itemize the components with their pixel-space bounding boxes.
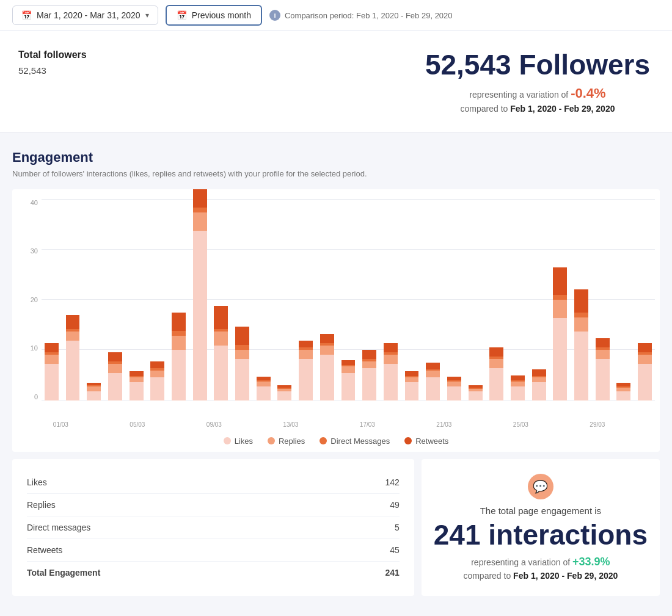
x-label bbox=[463, 421, 502, 428]
comparison-prefix2: compared to bbox=[463, 571, 513, 581]
bar-segment bbox=[341, 360, 356, 365]
bar-group bbox=[635, 199, 655, 400]
bar-stack bbox=[320, 334, 334, 400]
bar-stack bbox=[66, 315, 80, 400]
bar-segment bbox=[87, 391, 101, 400]
legend-label-dm: Direct Messages bbox=[331, 437, 390, 446]
big-interactions: 241 interactions bbox=[434, 520, 648, 551]
bar-stack bbox=[511, 375, 525, 400]
bar-segment bbox=[511, 382, 525, 386]
bar-group bbox=[402, 199, 422, 400]
info-icon: i bbox=[269, 10, 280, 21]
x-label: 21/03 bbox=[425, 421, 464, 428]
stat-value: 49 bbox=[390, 500, 400, 510]
bar-segment bbox=[362, 350, 376, 359]
bar-segment bbox=[45, 355, 59, 364]
variation-prefix2: representing a variation of bbox=[471, 557, 572, 567]
comparison-dates2: Feb 1, 2020 - Feb 29, 2020 bbox=[513, 571, 618, 581]
bar-stack bbox=[235, 327, 249, 400]
bar-segment bbox=[638, 355, 652, 364]
bar-segment bbox=[426, 371, 440, 377]
bar-segment bbox=[489, 368, 503, 400]
stat-value: 45 bbox=[390, 545, 400, 555]
x-label: 01/03 bbox=[42, 421, 80, 428]
bar-stack bbox=[638, 343, 652, 400]
bar-stack bbox=[45, 343, 59, 400]
bar-segment bbox=[66, 341, 80, 400]
bar-segment bbox=[469, 391, 483, 400]
bar-stack bbox=[277, 385, 291, 400]
x-label bbox=[616, 421, 655, 428]
bar-segment bbox=[532, 377, 546, 382]
bar-segment bbox=[45, 343, 59, 352]
bar-segment bbox=[362, 361, 376, 368]
bar-stack bbox=[489, 347, 503, 400]
followers-section: Total followers 52,543 52,543 Followers … bbox=[0, 31, 672, 132]
bar-segment bbox=[172, 350, 186, 400]
bar-segment bbox=[553, 318, 567, 400]
previous-month-button[interactable]: 📅 Previous month bbox=[166, 5, 262, 26]
bar-group bbox=[254, 199, 274, 400]
bar-stack bbox=[299, 341, 313, 400]
legend-dot-dm bbox=[320, 437, 327, 444]
bar-group bbox=[63, 199, 83, 400]
big-followers-count: 52,543 Followers bbox=[422, 49, 654, 81]
bar-group bbox=[42, 199, 62, 400]
bar-segment bbox=[638, 364, 652, 400]
x-labels: 01/0305/0309/0313/0317/0321/0325/0329/03 bbox=[42, 419, 655, 428]
engagement-section: Engagement Number of followers' interact… bbox=[0, 132, 672, 602]
prev-month-label: Previous month bbox=[192, 10, 251, 20]
variation-positive: +33.9% bbox=[572, 556, 610, 568]
bar-stack bbox=[130, 371, 144, 400]
bar-segment bbox=[320, 355, 334, 400]
y-label-30: 30 bbox=[31, 247, 38, 255]
stat-label: Retweets bbox=[27, 545, 62, 555]
y-label-40: 40 bbox=[31, 199, 38, 206]
x-label: 25/03 bbox=[502, 421, 540, 428]
bar-segment bbox=[553, 300, 567, 318]
bar-segment bbox=[532, 382, 546, 400]
bar-segment bbox=[108, 352, 122, 361]
bar-stack bbox=[193, 189, 207, 400]
bar-segment bbox=[257, 386, 271, 400]
bar-segment bbox=[235, 350, 249, 359]
bar-group bbox=[529, 199, 549, 400]
bar-segment bbox=[362, 368, 376, 400]
bar-segment bbox=[426, 363, 440, 369]
legend-likes: Likes bbox=[224, 437, 253, 446]
bar-segment bbox=[235, 345, 249, 350]
bar-segment bbox=[299, 350, 313, 359]
bar-segment bbox=[553, 267, 567, 295]
chevron-down-icon: ▾ bbox=[145, 11, 149, 20]
bar-group bbox=[232, 199, 252, 400]
bar-stack bbox=[532, 369, 546, 400]
bar-stack bbox=[172, 313, 186, 400]
bar-group bbox=[593, 199, 613, 400]
stat-row: Retweets45 bbox=[27, 539, 400, 562]
bar-group bbox=[105, 199, 125, 400]
bar-group bbox=[614, 199, 634, 400]
stat-label: Likes bbox=[27, 477, 47, 487]
bar-segment bbox=[150, 377, 164, 400]
legend-dm: Direct Messages bbox=[320, 437, 390, 446]
bar-segment bbox=[130, 382, 144, 400]
stats-grid: Likes142Replies49Direct messages5Retweet… bbox=[12, 459, 660, 596]
x-label bbox=[80, 421, 119, 428]
bar-segment bbox=[489, 359, 503, 368]
bar-segment bbox=[447, 382, 461, 386]
bar-segment bbox=[45, 364, 59, 400]
header-bar: 📅 Mar 1, 2020 - Mar 31, 2020 ▾ 📅 Previou… bbox=[0, 0, 672, 31]
followers-count-inline: 52,543 bbox=[18, 65, 422, 76]
bar-stack bbox=[574, 289, 588, 400]
bar-segment bbox=[277, 391, 291, 400]
stat-value: 5 bbox=[395, 523, 400, 532]
bar-segment bbox=[596, 338, 610, 347]
date-range-button[interactable]: 📅 Mar 1, 2020 - Mar 31, 2020 ▾ bbox=[12, 5, 158, 25]
bar-segment bbox=[257, 382, 271, 386]
chart-legend: Likes Replies Direct Messages Retweets bbox=[17, 428, 655, 452]
bar-stack bbox=[362, 350, 376, 400]
engagement-title: Engagement bbox=[12, 150, 660, 165]
bar-segment bbox=[87, 386, 101, 391]
bar-segment bbox=[553, 295, 567, 300]
calendar-icon-prev: 📅 bbox=[177, 10, 187, 20]
